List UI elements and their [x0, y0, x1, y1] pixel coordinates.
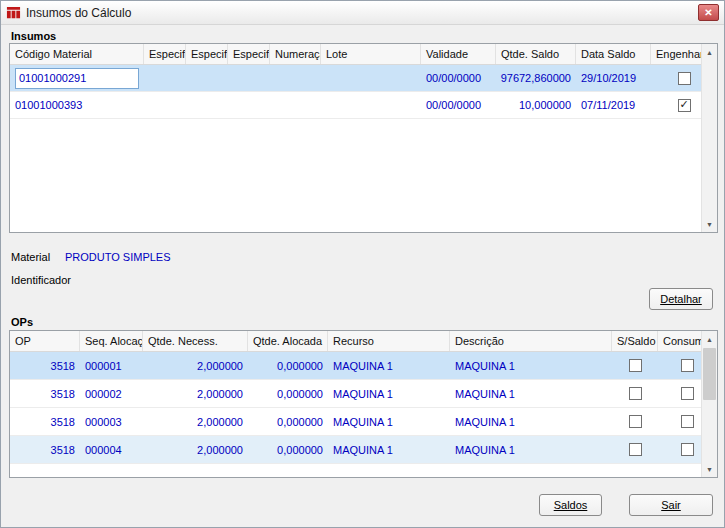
- column-header-qtde-necess[interactable]: Qtde. Necess.: [143, 331, 248, 351]
- cell-especif2[interactable]: [186, 92, 228, 118]
- scroll-thumb[interactable]: [703, 348, 716, 400]
- cell-numeracao[interactable]: [270, 65, 321, 91]
- title-bar[interactable]: Insumos do Cálculo ✕: [1, 1, 724, 25]
- cell-lote[interactable]: [321, 92, 421, 118]
- window-title: Insumos do Cálculo: [26, 6, 131, 20]
- column-header-seq-alocacao[interactable]: Seq. Alocação: [80, 331, 143, 351]
- material-label: Material: [11, 251, 50, 263]
- sair-button[interactable]: Sair: [629, 494, 713, 516]
- column-header-validade[interactable]: Validade: [421, 44, 496, 64]
- table-row[interactable]: 01001000291 00/00/0000 97672,860000 29/1…: [10, 65, 717, 92]
- app-logo-icon: [6, 5, 21, 20]
- cell-codigo-material[interactable]: 01001000393: [10, 92, 144, 118]
- cell-recurso[interactable]: MAQUINA 1: [328, 380, 450, 407]
- cell-qtde-necess[interactable]: 2,000000: [143, 380, 248, 407]
- detalhar-button[interactable]: Detalhar: [649, 288, 713, 310]
- cell-especif2[interactable]: [186, 65, 228, 91]
- column-header-op[interactable]: OP: [10, 331, 80, 351]
- cell-descricao[interactable]: MAQUINA 1: [450, 352, 612, 379]
- table-row[interactable]: 3518 000003 2,000000 0,000000 MAQUINA 1 …: [10, 408, 717, 436]
- scroll-down-icon[interactable]: ▼: [702, 216, 717, 232]
- cell-op[interactable]: 3518: [10, 436, 80, 463]
- cell-especif3[interactable]: [228, 92, 270, 118]
- cell-op[interactable]: 3518: [10, 380, 80, 407]
- ops-table-header: OP Seq. Alocação Qtde. Necess. Qtde. Alo…: [10, 331, 717, 352]
- cell-seq-alocacao[interactable]: 000003: [80, 408, 143, 435]
- cell-s-saldo: [612, 408, 658, 435]
- table-row[interactable]: 3518 000001 2,000000 0,000000 MAQUINA 1 …: [10, 352, 717, 380]
- column-header-especif2[interactable]: Especif2: [186, 44, 228, 64]
- cell-descricao[interactable]: MAQUINA 1: [450, 408, 612, 435]
- engenharia-checkbox[interactable]: [678, 99, 691, 112]
- cell-descricao[interactable]: MAQUINA 1: [450, 436, 612, 463]
- cell-codigo-material[interactable]: 01001000291: [10, 65, 144, 91]
- ops-table: OP Seq. Alocação Qtde. Necess. Qtde. Alo…: [9, 330, 718, 478]
- saldos-button[interactable]: Saldos: [539, 494, 602, 516]
- insumos-vertical-scrollbar[interactable]: ▲ ▼: [701, 44, 717, 232]
- scroll-up-icon[interactable]: ▲: [702, 331, 717, 347]
- cell-qtde-saldo[interactable]: 97672,860000: [496, 65, 576, 91]
- cell-numeracao[interactable]: [270, 92, 321, 118]
- cell-op[interactable]: 3518: [10, 352, 80, 379]
- consum-checkbox[interactable]: [681, 443, 694, 456]
- cell-op[interactable]: 3518: [10, 408, 80, 435]
- column-header-especif3[interactable]: Especif3: [228, 44, 270, 64]
- cell-lote[interactable]: [321, 65, 421, 91]
- cell-data-saldo[interactable]: 07/11/2019: [576, 92, 651, 118]
- table-row[interactable]: 3518 000004 2,000000 0,000000 MAQUINA 1 …: [10, 436, 717, 464]
- ops-group-label: OPs: [11, 316, 33, 328]
- cell-recurso[interactable]: MAQUINA 1: [328, 436, 450, 463]
- column-header-especif1[interactable]: Especif1: [144, 44, 186, 64]
- cell-s-saldo: [612, 436, 658, 463]
- cell-especif1[interactable]: [144, 65, 186, 91]
- consum-checkbox[interactable]: [681, 415, 694, 428]
- cell-qtde-necess[interactable]: 2,000000: [143, 436, 248, 463]
- column-header-qtde-alocada[interactable]: Qtde. Alocada: [248, 331, 328, 351]
- cell-qtde-alocada[interactable]: 0,000000: [248, 380, 328, 407]
- cell-seq-alocacao[interactable]: 000002: [80, 380, 143, 407]
- s-saldo-checkbox[interactable]: [629, 415, 642, 428]
- cell-qtde-saldo[interactable]: 10,000000: [496, 92, 576, 118]
- cell-data-saldo[interactable]: 29/10/2019: [576, 65, 651, 91]
- consum-checkbox[interactable]: [681, 359, 694, 372]
- table-row[interactable]: 3518 000002 2,000000 0,000000 MAQUINA 1 …: [10, 380, 717, 408]
- ops-vertical-scrollbar[interactable]: ▲ ▼: [701, 331, 717, 477]
- insumos-table: Código Material Especif1 Especif2 Especi…: [9, 43, 718, 233]
- s-saldo-checkbox[interactable]: [629, 443, 642, 456]
- column-header-codigo-material[interactable]: Código Material: [10, 44, 144, 64]
- engenharia-checkbox[interactable]: [678, 72, 691, 85]
- cell-seq-alocacao[interactable]: 000001: [80, 352, 143, 379]
- column-header-lote[interactable]: Lote: [321, 44, 421, 64]
- cell-qtde-alocada[interactable]: 0,000000: [248, 352, 328, 379]
- s-saldo-checkbox[interactable]: [629, 387, 642, 400]
- column-header-numeracao[interactable]: Numeração: [270, 44, 321, 64]
- insumos-table-header: Código Material Especif1 Especif2 Especi…: [10, 44, 717, 65]
- codigo-material-editor[interactable]: 01001000291: [15, 68, 139, 89]
- cell-qtde-necess[interactable]: 2,000000: [143, 352, 248, 379]
- cell-seq-alocacao[interactable]: 000004: [80, 436, 143, 463]
- material-value: PRODUTO SIMPLES: [65, 251, 171, 263]
- cell-validade[interactable]: 00/00/0000: [421, 65, 496, 91]
- cell-qtde-alocada[interactable]: 0,000000: [248, 436, 328, 463]
- identificador-label: Identificador: [11, 274, 71, 286]
- insumos-group-label: Insumos: [11, 30, 56, 42]
- s-saldo-checkbox[interactable]: [629, 359, 642, 372]
- cell-recurso[interactable]: MAQUINA 1: [328, 408, 450, 435]
- cell-qtde-necess[interactable]: 2,000000: [143, 408, 248, 435]
- close-icon[interactable]: ✕: [698, 4, 719, 21]
- cell-qtde-alocada[interactable]: 0,000000: [248, 408, 328, 435]
- scroll-up-icon[interactable]: ▲: [702, 44, 717, 60]
- column-header-s-saldo[interactable]: S/Saldo: [612, 331, 658, 351]
- scroll-down-icon[interactable]: ▼: [702, 461, 717, 477]
- cell-validade[interactable]: 00/00/0000: [421, 92, 496, 118]
- consum-checkbox[interactable]: [681, 387, 694, 400]
- column-header-descricao[interactable]: Descrição: [450, 331, 612, 351]
- cell-especif1[interactable]: [144, 92, 186, 118]
- column-header-recurso[interactable]: Recurso: [328, 331, 450, 351]
- cell-recurso[interactable]: MAQUINA 1: [328, 352, 450, 379]
- table-row[interactable]: 01001000393 00/00/0000 10,000000 07/11/2…: [10, 92, 717, 119]
- column-header-qtde-saldo[interactable]: Qtde. Saldo: [496, 44, 576, 64]
- column-header-data-saldo[interactable]: Data Saldo: [576, 44, 651, 64]
- cell-descricao[interactable]: MAQUINA 1: [450, 380, 612, 407]
- cell-especif3[interactable]: [228, 65, 270, 91]
